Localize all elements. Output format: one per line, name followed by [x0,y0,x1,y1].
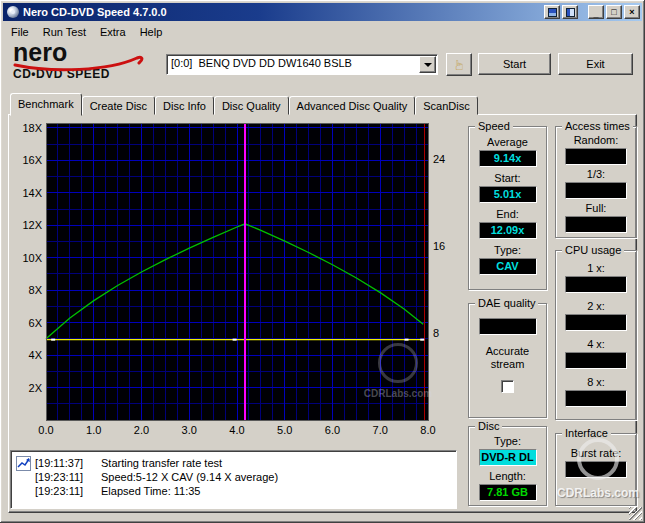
cpu-usage-panel: CPU usage 1 x: 2 x: 4 x: 8 x: [555,250,637,420]
chevron-down-icon [424,63,432,67]
drive-selector-value: [0:0] BENQ DVD DD DW1640 BSLB [171,57,352,69]
interface-panel-title: Interface [562,427,611,439]
tab-scandisc[interactable]: ScanDisc [415,96,477,115]
svg-text:4X: 4X [29,349,43,361]
cpu-2x-label: 2 x: [587,300,605,312]
transfer-rate-plot: 2X4X6X8X10X12X14X16X18X816240.01.02.03.0… [8,118,460,450]
app-icon [7,6,19,18]
svg-text:24: 24 [433,153,445,165]
drive-selector[interactable]: [0:0] BENQ DVD DD DW1640 BSLB [166,54,438,75]
svg-text:4.0: 4.0 [229,424,244,436]
accurate-stream-label: Accurate stream [480,345,536,371]
log-entry-icon [16,456,31,471]
speed-type-display: CAV [479,258,537,275]
dae-quality-display [479,318,537,335]
log-message: Elapsed Time: 11:35 [101,485,200,497]
tab-disc-quality[interactable]: Disc Quality [214,96,289,115]
cpu-8x-display [565,390,627,407]
third-access-label: 1/3: [587,168,605,180]
resize-grip[interactable] [629,507,642,520]
disc-length-display: 7.81 GB [479,484,537,501]
svg-text:16X: 16X [22,154,42,166]
svg-text:8X: 8X [29,284,43,296]
end-speed-display: 12.09x [479,222,537,239]
average-speed-label: Average [487,136,528,148]
access-times-panel: Access times Random: 1/3: Full: [555,126,637,238]
log-entry[interactable]: [19:23:11]Speed:5-12 X CAV (9.14 X avera… [35,470,452,484]
cpu-4x-display [565,352,627,369]
random-access-display [565,148,627,165]
svg-text:12X: 12X [22,219,42,231]
minimize-button[interactable]: _ [588,5,604,19]
burst-rate-label: Burst rate: [571,447,622,459]
log-entry[interactable]: [19:11:37]Starting transfer rate test [35,456,452,470]
full-access-label: Full: [586,202,607,214]
access-times-panel-title: Access times [562,120,633,132]
tab-benchmark[interactable]: Benchmark [10,93,82,116]
exit-button[interactable]: Exit [558,53,633,75]
hand-icon: ☞ [452,58,466,71]
log-message: Starting transfer rate test [101,457,222,469]
svg-text:5.0: 5.0 [277,424,292,436]
menubar: File Run Test Extra Help [4,22,641,41]
maximize-button[interactable]: □ [606,5,622,19]
titlebar-extra-button-1[interactable] [544,5,560,19]
disc-panel: Disc Type: DVD-R DL Length: 7.81 GB [468,426,547,506]
log-timestamp: [19:23:11] [35,470,101,484]
svg-text:3.0: 3.0 [182,424,197,436]
cpu-8x-label: 8 x: [587,376,605,388]
log-panel[interactable]: [19:11:37]Starting transfer rate test [1… [10,450,457,509]
start-speed-display: 5.01x [479,186,537,203]
speed-type-label: Type: [494,244,521,256]
close-button[interactable]: × [624,5,640,19]
full-access-display [565,216,627,233]
cpu-usage-panel-title: CPU usage [562,244,624,256]
close-icon: × [629,8,634,17]
minimize-icon: _ [593,10,598,19]
svg-text:18X: 18X [22,122,42,134]
svg-text:2.0: 2.0 [134,424,149,436]
dae-quality-panel: DAE quality Accurate stream [468,303,547,418]
svg-text:7.0: 7.0 [373,424,388,436]
svg-text:10X: 10X [22,252,42,264]
disc-panel-title: Disc [475,420,502,432]
logo-swoosh-icon [13,54,153,72]
svg-text:0.0: 0.0 [38,424,53,436]
third-access-display [565,182,627,199]
drive-selector-dropdown-button[interactable] [419,56,436,73]
drive-action-button[interactable]: ☞ [446,53,472,76]
titlebar-buttons: _ □ × [544,5,640,19]
svg-text:8: 8 [433,327,439,339]
start-button[interactable]: Start [478,53,551,75]
menu-item-extra[interactable]: Extra [93,24,133,40]
tab-create-disc[interactable]: Create Disc [82,96,155,115]
cpu-1x-display [565,276,627,293]
maximize-icon: □ [611,8,616,17]
log-entry[interactable]: [19:23:11]Elapsed Time: 11:35 [35,484,452,498]
log-timestamp: [19:23:11] [35,484,101,498]
cpu-1x-label: 1 x: [587,262,605,274]
burst-rate-display [565,461,627,478]
window-title: Nero CD-DVD Speed 4.7.0.0 [23,6,544,18]
tab-bar: Benchmark Create Disc Disc Info Disc Qua… [10,92,478,115]
svg-text:8.0: 8.0 [420,424,435,436]
titlebar-extra-button-2[interactable] [562,5,578,19]
nero-logo: nero CD•DVD SPEED [13,40,163,81]
average-speed-display: 9.14x [479,150,537,167]
dae-quality-panel-title: DAE quality [475,297,538,309]
svg-text:14X: 14X [22,187,42,199]
cpu-2x-display [565,314,627,331]
svg-text:6.0: 6.0 [325,424,340,436]
log-timestamp: [19:11:37] [35,456,101,470]
disc-length-label: Length: [489,470,526,482]
log-message: Speed:5-12 X CAV (9.14 X average) [101,471,278,483]
tab-disc-info[interactable]: Disc Info [155,96,214,115]
accurate-stream-checkbox[interactable] [501,380,514,393]
cpu-4x-label: 4 x: [587,338,605,350]
menu-item-help[interactable]: Help [133,24,170,40]
tab-advanced-disc-quality[interactable]: Advanced Disc Quality [289,96,416,115]
interface-panel: Interface Burst rate: [555,433,637,506]
svg-text:16: 16 [433,240,445,252]
end-speed-label: End: [496,208,519,220]
speed-panel: Speed Average 9.14x Start: 5.01x End: 12… [468,126,547,290]
